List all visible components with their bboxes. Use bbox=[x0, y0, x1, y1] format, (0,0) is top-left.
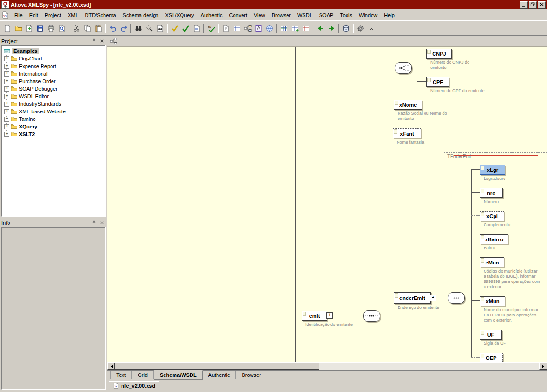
validate-icon[interactable] bbox=[180, 23, 191, 34]
app-icon[interactable] bbox=[1, 1, 9, 9]
expand-icon[interactable] bbox=[4, 124, 9, 129]
sequence-compositor-icon[interactable] bbox=[448, 292, 465, 304]
element-xMun[interactable]: xMun bbox=[480, 296, 505, 306]
save-file-icon[interactable] bbox=[35, 23, 45, 34]
expand-icon[interactable] bbox=[4, 117, 9, 122]
next-step-icon[interactable] bbox=[326, 23, 337, 34]
element-CNPJ[interactable]: CNPJ bbox=[426, 49, 452, 59]
expand-icon[interactable] bbox=[4, 102, 9, 107]
menu-authentic[interactable]: Authentic bbox=[198, 11, 226, 19]
open-file-icon[interactable] bbox=[13, 23, 24, 34]
menu-window[interactable]: Window bbox=[356, 11, 381, 19]
sidebar-item-org-chart[interactable]: Org-Chart bbox=[3, 55, 104, 62]
find-next-icon[interactable] bbox=[144, 23, 155, 34]
sidebar-item-international[interactable]: International bbox=[3, 70, 104, 77]
tab-browser[interactable]: Browser bbox=[236, 371, 267, 379]
tab-schema-wsdl[interactable]: Schema/WSDL bbox=[154, 370, 203, 380]
print-icon[interactable] bbox=[45, 23, 56, 34]
element-xFant[interactable]: xFant bbox=[393, 128, 421, 138]
element-xBairro[interactable]: xBairro bbox=[480, 234, 508, 244]
sidebar-item-wsdl-editor[interactable]: WSDL Editor bbox=[3, 93, 104, 100]
menu-soap[interactable]: SOAP bbox=[316, 11, 337, 19]
toolbar-more-icon[interactable] bbox=[366, 23, 377, 34]
sidebar-item-expense-report[interactable]: Expense Report bbox=[3, 62, 104, 70]
sidebar-item-xml-based-website[interactable]: XML-based Website bbox=[3, 108, 104, 115]
menu-schema-design[interactable]: Schema design bbox=[120, 11, 162, 19]
expand-icon[interactable] bbox=[4, 56, 9, 61]
restore-button[interactable] bbox=[529, 1, 537, 9]
expand-icon[interactable] bbox=[4, 109, 9, 114]
schema-design-view-icon[interactable] bbox=[242, 23, 253, 34]
sidebar-item-xquery[interactable]: XQuery bbox=[3, 123, 104, 130]
tab-authentic[interactable]: Authentic bbox=[203, 371, 236, 379]
find-in-files-icon[interactable] bbox=[155, 23, 165, 34]
close-icon[interactable] bbox=[98, 38, 105, 44]
new-file-icon[interactable] bbox=[2, 23, 13, 34]
expand-icon[interactable] bbox=[4, 79, 9, 84]
check-wellformed-icon[interactable] bbox=[169, 23, 180, 34]
menu-view[interactable]: View bbox=[251, 11, 269, 19]
expand-icon[interactable] bbox=[4, 64, 9, 69]
table-display-icon[interactable] bbox=[300, 23, 311, 34]
expand-icon[interactable] bbox=[4, 86, 9, 92]
choice-compositor-icon[interactable] bbox=[395, 62, 412, 74]
element-emit[interactable]: emit bbox=[302, 311, 327, 321]
sidebar-item-tamino[interactable]: Tamino bbox=[3, 115, 104, 123]
grid-view-icon[interactable] bbox=[231, 23, 242, 34]
reload-file-icon[interactable] bbox=[24, 23, 35, 34]
menu-browser[interactable]: Browser bbox=[269, 11, 294, 19]
element-xLgr[interactable]: xLgr bbox=[480, 165, 505, 175]
copy-icon[interactable] bbox=[82, 23, 93, 34]
table-insert-icon[interactable] bbox=[278, 23, 289, 34]
browser-view-icon[interactable] bbox=[264, 23, 275, 34]
sidebar-item-soap-debugger[interactable]: SOAP Debugger bbox=[3, 85, 104, 93]
paste-icon[interactable] bbox=[93, 23, 104, 34]
expand-icon[interactable] bbox=[326, 312, 333, 319]
text-view-icon[interactable] bbox=[220, 23, 231, 34]
element-xCpl[interactable]: xCpl bbox=[480, 211, 504, 221]
sidebar-item-xslt2[interactable]: XSLT2 bbox=[3, 130, 104, 138]
menu-wsdl[interactable]: WSDL bbox=[294, 11, 316, 19]
sidebar-item-purchase-order[interactable]: Purchase Order bbox=[3, 77, 104, 85]
tab-grid[interactable]: Grid bbox=[132, 371, 154, 379]
close-icon[interactable] bbox=[98, 220, 105, 226]
tab-text[interactable]: Text bbox=[110, 371, 132, 379]
element-UF[interactable]: UF bbox=[480, 330, 502, 340]
scrollbar-track[interactable] bbox=[115, 363, 539, 370]
menu-file[interactable]: File bbox=[11, 11, 26, 19]
menu-dtd-schema[interactable]: DTD/Schema bbox=[82, 11, 120, 19]
expand-icon[interactable] bbox=[4, 94, 9, 99]
element-cMun[interactable]: cMun bbox=[480, 257, 504, 267]
project-root-item[interactable]: Examples bbox=[3, 47, 104, 54]
scrollbar-thumb[interactable] bbox=[115, 363, 319, 370]
menu-project[interactable]: Project bbox=[42, 11, 64, 19]
pin-icon[interactable] bbox=[90, 220, 97, 226]
element-CEP[interactable]: CEP bbox=[480, 353, 503, 362]
pin-icon[interactable] bbox=[90, 38, 97, 44]
authentic-view-icon[interactable] bbox=[253, 23, 264, 34]
expand-icon[interactable] bbox=[430, 295, 436, 301]
undo-icon[interactable] bbox=[107, 23, 118, 34]
print-preview-icon[interactable] bbox=[56, 23, 67, 34]
menu-edit[interactable]: Edit bbox=[26, 11, 42, 19]
spell-check-icon[interactable]: ab bbox=[206, 23, 217, 34]
close-button[interactable] bbox=[538, 1, 546, 9]
file-tab[interactable]: nfe_v2.00.xsd bbox=[109, 381, 159, 390]
table-append-icon[interactable] bbox=[289, 23, 300, 34]
menu-xml[interactable]: XML bbox=[64, 11, 82, 19]
find-icon[interactable] bbox=[133, 23, 144, 34]
menu-tools[interactable]: Tools bbox=[337, 11, 356, 19]
element-enderEmit[interactable]: enderEmit bbox=[394, 292, 431, 304]
redo-icon[interactable] bbox=[118, 23, 129, 34]
minimize-button[interactable] bbox=[520, 1, 528, 9]
assign-schema-icon[interactable] bbox=[191, 23, 202, 34]
display-diagram-icon[interactable] bbox=[109, 36, 118, 46]
menu-convert[interactable]: Convert bbox=[226, 11, 251, 19]
sidebar-item-industrystandards[interactable]: IndustryStandards bbox=[3, 100, 104, 108]
scroll-left-button[interactable] bbox=[107, 363, 115, 370]
scroll-right-button[interactable] bbox=[539, 363, 547, 370]
expand-icon[interactable] bbox=[4, 132, 9, 137]
element-nro[interactable]: nro bbox=[480, 188, 503, 198]
cut-icon[interactable] bbox=[71, 23, 82, 34]
options-icon[interactable] bbox=[355, 23, 366, 34]
